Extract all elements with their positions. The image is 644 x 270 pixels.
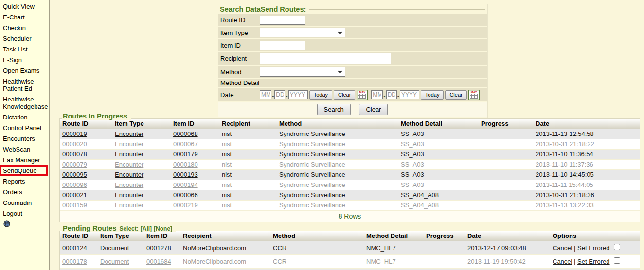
sidebar: Quick ViewE-ChartCheckinSchedulerTask Li… xyxy=(0,0,50,270)
cell-recipient: nist xyxy=(219,150,277,159)
sidebar-item-control-panel[interactable]: Control Panel xyxy=(0,122,49,133)
sidebar-item-webscan[interactable]: WebScan xyxy=(0,144,49,154)
set-errored-link[interactable]: Set Errored xyxy=(577,258,609,265)
select-all-link[interactable]: [All] xyxy=(141,225,152,232)
route-id-input[interactable] xyxy=(260,16,305,25)
search-button[interactable]: Search xyxy=(317,104,351,115)
item-type-link[interactable]: Encounter xyxy=(115,140,143,148)
date-to-clear-button[interactable]: Clear xyxy=(445,90,466,100)
item-type-link[interactable]: Encounter xyxy=(115,161,143,168)
sidebar-item-fax-manager[interactable]: Fax Manager xyxy=(0,154,49,165)
item-id-link[interactable]: 0000180 xyxy=(173,161,198,168)
item-id-link[interactable]: 0000194 xyxy=(173,181,198,188)
sidebar-item-logout[interactable]: Logout xyxy=(0,208,49,219)
item-type-label: Item Type xyxy=(219,29,260,36)
date-from-month-input[interactable] xyxy=(260,90,271,99)
sidebar-item-scheduler[interactable]: Scheduler xyxy=(0,33,49,44)
item-type-link[interactable]: Encounter xyxy=(115,191,143,199)
select-none-link[interactable]: [None] xyxy=(154,225,172,232)
date-from-clear-button[interactable]: Clear xyxy=(334,90,355,100)
date-to-group: - - Today Clear MAY xyxy=(371,90,479,100)
method-select[interactable] xyxy=(260,67,345,77)
cancel-link[interactable]: Cancel xyxy=(553,244,572,252)
item-type-link[interactable]: Document xyxy=(100,244,129,252)
cell-item-id: 0000180 xyxy=(171,160,219,169)
row-count-footer: 8 Rows xyxy=(60,211,640,222)
cell-item-id: 0001278 xyxy=(144,242,180,254)
sidebar-item-healthwise-patient-ed[interactable]: Healthwise Patient Ed xyxy=(0,76,49,94)
date-from-day-input[interactable] xyxy=(274,90,285,99)
cell-method: Syndromic Surveillance xyxy=(277,139,398,149)
item-id-link[interactable]: 0000068 xyxy=(173,130,198,137)
cancel-link[interactable]: Cancel xyxy=(553,258,572,265)
cell-recipient: nist xyxy=(219,160,277,169)
cell-recipient: nist xyxy=(219,190,277,200)
date-to-year-input[interactable] xyxy=(400,90,419,99)
sidebar-item-checkin[interactable]: Checkin xyxy=(0,22,49,33)
sidebar-item-encounters[interactable]: Encounters xyxy=(0,133,49,144)
globe-icon[interactable] xyxy=(3,220,10,227)
item-type-link[interactable]: Encounter xyxy=(115,171,143,178)
item-type-link[interactable]: Encounter xyxy=(115,151,143,158)
item-id-link[interactable]: 0000179 xyxy=(173,151,198,158)
route-id-link[interactable]: 0000124 xyxy=(62,244,87,252)
route-id-link[interactable]: 0000178 xyxy=(62,258,87,265)
sidebar-item-open-exams[interactable]: Open Exams xyxy=(0,65,49,76)
sidebar-item-task-list[interactable]: Task List xyxy=(0,44,49,54)
recipient-input[interactable] xyxy=(260,53,391,64)
route-id-link[interactable]: 0000020 xyxy=(62,140,87,148)
column-header-recipient: Recipient xyxy=(219,119,277,129)
item-id-link[interactable]: 0000219 xyxy=(173,202,198,209)
item-type-link[interactable]: Encounter xyxy=(115,181,143,188)
route-id-link[interactable]: 0000159 xyxy=(62,202,87,209)
route-id-link[interactable]: 0000095 xyxy=(62,171,87,178)
item-type-link[interactable]: Encounter xyxy=(115,130,143,137)
sidebar-item-sendqueue[interactable]: SendQueue xyxy=(0,165,48,176)
cell-route-id: 0000021 xyxy=(60,190,112,200)
item-id-input[interactable] xyxy=(260,41,305,50)
calendar-icon[interactable]: MAY xyxy=(468,90,480,100)
sidebar-item-dictation[interactable]: Dictation xyxy=(0,112,49,122)
sidebar-item-reports[interactable]: Reports xyxy=(0,176,49,186)
cell-progress xyxy=(424,245,465,251)
cell-recipient: NoMoreClipboard.com xyxy=(180,255,270,268)
date-to-month-input[interactable] xyxy=(371,90,383,99)
sidebar-item-healthwise-knowledgebase[interactable]: Healthwise Knowledgebase xyxy=(0,94,49,112)
cell-progress xyxy=(479,204,533,207)
clear-button[interactable]: Clear xyxy=(359,104,388,115)
item-id-link[interactable]: 0001684 xyxy=(146,258,171,265)
route-id-link[interactable]: 0000021 xyxy=(62,191,87,199)
cell-progress xyxy=(479,174,533,176)
row-checkbox[interactable] xyxy=(614,257,620,264)
item-id-link[interactable]: 0000067 xyxy=(173,140,198,148)
date-from-year-input[interactable] xyxy=(288,90,308,99)
cell-item-type: Encounter xyxy=(112,170,171,180)
column-header-date: Date xyxy=(465,231,550,241)
item-type-link[interactable]: Document xyxy=(100,258,129,265)
date-to-day-input[interactable] xyxy=(386,90,397,99)
section-title: Routes In Progress xyxy=(63,112,127,120)
route-id-link[interactable]: 0000079 xyxy=(62,161,87,168)
sidebar-item-coumadin[interactable]: Coumadin xyxy=(0,197,49,208)
sidebar-item-e-sign[interactable]: E-Sign xyxy=(0,54,49,65)
route-id-link[interactable]: 0000019 xyxy=(62,130,87,137)
item-type-row: Item Type xyxy=(218,27,487,38)
calendar-icon[interactable]: MAY xyxy=(357,90,368,100)
item-id-link[interactable]: 0000193 xyxy=(173,171,198,178)
route-id-link[interactable]: 0000078 xyxy=(62,151,87,158)
column-header-method: Method xyxy=(270,231,364,241)
item-type-link[interactable]: Encounter xyxy=(115,202,143,209)
table-row: 0000096Encounter0000194nistSyndromic Sur… xyxy=(60,180,640,190)
cell-method-detail: SS_A03 xyxy=(398,139,479,149)
set-errored-link[interactable]: Set Errored xyxy=(577,244,609,252)
row-checkbox[interactable] xyxy=(614,244,620,250)
route-id-link[interactable]: 0000096 xyxy=(62,181,87,188)
item-type-select[interactable] xyxy=(260,28,345,37)
date-to-today-button[interactable]: Today xyxy=(421,90,444,100)
sidebar-item-orders[interactable]: Orders xyxy=(0,186,49,197)
item-id-link[interactable]: 0000066 xyxy=(173,191,198,199)
sidebar-item-e-chart[interactable]: E-Chart xyxy=(0,12,49,22)
date-from-today-button[interactable]: Today xyxy=(309,90,332,100)
item-id-link[interactable]: 0001278 xyxy=(146,244,171,252)
sidebar-item-quick-view[interactable]: Quick View xyxy=(0,1,49,12)
